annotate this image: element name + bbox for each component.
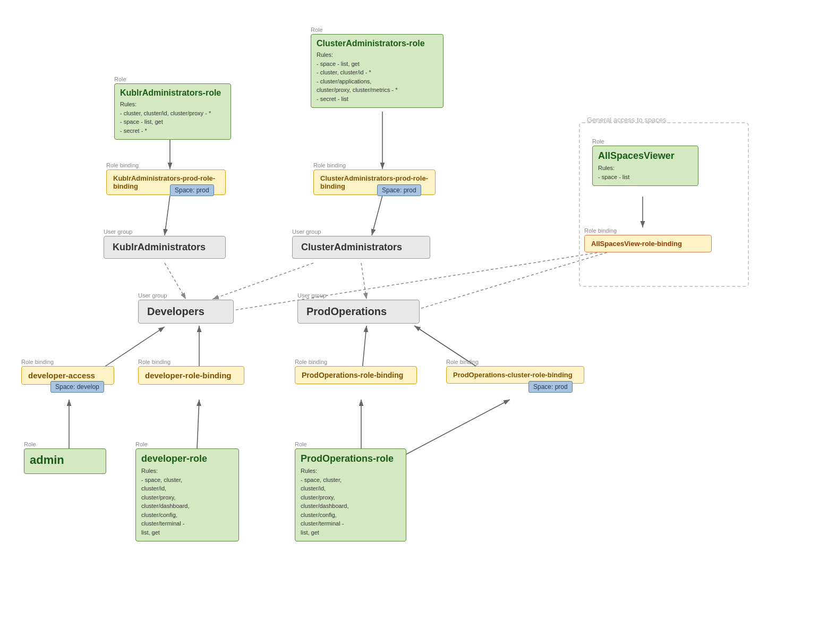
prodops-role-label: Role <box>295 441 406 447</box>
developers-group-box: Developers <box>138 300 234 324</box>
kublr-binding-space-badge: Space: prod <box>170 184 214 196</box>
prodops-role-binding-node: Role binding ProdOperations-role-binding <box>295 359 417 384</box>
cluster-admin-group-title: ClusterAdministrators <box>301 242 421 253</box>
admin-role-label: Role <box>24 441 106 447</box>
kublr-admin-group-label: User group <box>104 228 226 235</box>
cluster-admin-group-label: User group <box>292 228 430 235</box>
prodops-group-node: User group ProdOperations <box>297 292 420 324</box>
prodops-role-binding-label: Role binding <box>295 359 417 365</box>
admin-role-title: admin <box>30 453 100 467</box>
prodops-group-label: User group <box>297 292 420 299</box>
developer-role-node: Role developer-role Rules: - space, clus… <box>135 441 239 541</box>
kublr-admin-group-title: KublrAdministrators <box>113 242 217 253</box>
developer-role-binding-box: developer-role-binding <box>138 366 244 385</box>
admin-role-node: Role admin <box>24 441 106 474</box>
cluster-admin-role-label: Role <box>311 27 443 33</box>
svg-line-19 <box>393 400 510 461</box>
prodops-role-binding-box: ProdOperations-role-binding <box>295 366 417 384</box>
kublr-admin-binding-node: Role binding KublrAdministrators-prod-ro… <box>106 162 226 195</box>
developer-access-binding-label: Role binding <box>21 359 114 365</box>
developer-role-rules: Rules: - space, cluster, cluster/id, clu… <box>141 467 233 537</box>
allspaces-binding-title: AllSpacesView-role-binding <box>591 240 705 248</box>
kublr-admin-group-node: User group KublrAdministrators <box>104 228 226 259</box>
prodops-group-box: ProdOperations <box>297 300 420 324</box>
cluster-admin-binding-node: Role binding ClusterAdministrators-prod-… <box>313 162 436 195</box>
kublr-admin-role-title: KublrAdministrators-role <box>120 88 225 98</box>
kublr-admin-role-box: KublrAdministrators-role Rules: - cluste… <box>114 83 231 140</box>
developer-role-title: developer-role <box>141 453 233 464</box>
prodops-role-node: Role ProdOperations-role Rules: - space,… <box>295 441 406 541</box>
developers-group-title: Developers <box>147 306 225 318</box>
cluster-admin-binding-label: Role binding <box>313 162 436 168</box>
diagram: General access to spaces Role KublrAdmin… <box>0 0 836 644</box>
cluster-admin-group-node: User group ClusterAdministrators <box>292 228 430 259</box>
cluster-admin-group-box: ClusterAdministrators <box>292 236 430 259</box>
cluster-admin-role-box: ClusterAdministrators-role Rules: - spac… <box>311 34 443 108</box>
allspaces-binding-node: Role binding AllSpacesView-role-binding <box>584 227 712 252</box>
kublr-admin-role-rules: Rules: - cluster, cluster/id, cluster/pr… <box>120 100 225 135</box>
kublr-admin-binding-label: Role binding <box>106 162 226 168</box>
kublr-admin-role-node: Role KublrAdministrators-role Rules: - c… <box>114 76 231 140</box>
allspaces-role-node: Role AllSpacesViewer Rules: - space - li… <box>592 138 698 186</box>
prodops-role-binding-title: ProdOperations-role-binding <box>302 371 410 379</box>
allspaces-role-title: AllSpacesViewer <box>598 150 693 162</box>
developer-role-box: developer-role Rules: - space, cluster, … <box>135 448 239 541</box>
admin-role-box: admin <box>24 448 106 474</box>
allspaces-binding-box: AllSpacesView-role-binding <box>584 235 712 252</box>
developer-access-binding-node: Role binding developer-access Space: dev… <box>21 359 114 385</box>
kublr-admin-role-label: Role <box>114 76 231 82</box>
kublr-admin-group-box: KublrAdministrators <box>104 236 226 259</box>
developers-group-label: User group <box>138 292 234 299</box>
prodops-role-box: ProdOperations-role Rules: - space, clus… <box>295 448 406 541</box>
developer-role-binding-title: developer-role-binding <box>145 371 237 380</box>
prodops-cluster-space-badge: Space: prod <box>528 381 573 393</box>
prodops-role-title: ProdOperations-role <box>301 453 400 464</box>
cluster-admin-role-rules: Rules: - space - list, get - cluster, cl… <box>317 50 438 103</box>
allspaces-binding-label: Role binding <box>584 227 712 234</box>
developer-access-binding-title: developer-access <box>28 371 107 380</box>
cluster-admin-role-title: ClusterAdministrators-role <box>317 39 438 48</box>
prodops-cluster-binding-label: Role binding <box>446 359 584 365</box>
allspaces-role-label: Role <box>592 138 698 145</box>
developer-access-space-badge: Space: develop <box>50 381 104 393</box>
cluster-binding-space-badge: Space: prod <box>377 184 421 196</box>
general-access-label: General access to spaces <box>587 116 667 124</box>
svg-line-9 <box>223 250 616 312</box>
developer-role-binding-node: Role binding developer-role-binding <box>138 359 244 385</box>
prodops-group-title: ProdOperations <box>306 306 411 318</box>
allspaces-role-box: AllSpacesViewer Rules: - space - list <box>592 146 698 186</box>
prodops-cluster-binding-title: ProdOperations-cluster-role-binding <box>453 371 577 379</box>
prodops-cluster-binding-node: Role binding ProdOperations-cluster-role… <box>446 359 584 384</box>
cluster-admin-role-node: Role ClusterAdministrators-role Rules: -… <box>311 27 443 108</box>
developer-role-binding-label: Role binding <box>138 359 244 365</box>
allspaces-role-rules: Rules: - space - list <box>598 164 693 181</box>
prodops-role-rules: Rules: - space, cluster, cluster/id, clu… <box>301 467 400 537</box>
developer-role-label: Role <box>135 441 239 447</box>
developers-group-node: User group Developers <box>138 292 234 324</box>
